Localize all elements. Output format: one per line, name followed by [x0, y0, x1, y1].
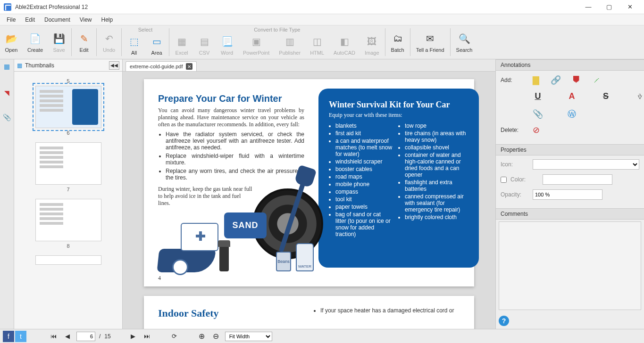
- highlighter-icon[interactable]: ⟋: [592, 74, 601, 86]
- create-button[interactable]: 📄Create: [23, 25, 48, 59]
- zoom-in-button[interactable]: ⊕: [197, 331, 207, 342]
- add-label: Add:: [501, 77, 521, 83]
- stamp-icon[interactable]: ⛊: [572, 74, 581, 86]
- intro-text: You can avoid many dangerous winter trav…: [158, 107, 304, 128]
- minimize-button[interactable]: —: [578, 0, 599, 14]
- document-tab-label: extreme-cold-guide.pdf: [130, 64, 183, 69]
- page-number: 4: [158, 275, 161, 282]
- icon-select[interactable]: [533, 159, 639, 170]
- status-bar: f t ⏮ ◀ / 15 ▶ ⏭ ⟳ ⊕ ⊖ Fit Width: [0, 329, 644, 343]
- underline-icon[interactable]: U: [526, 90, 550, 102]
- comments-header: Comments: [496, 209, 644, 220]
- thumbnail-5[interactable]: 5 6: [14, 78, 122, 136]
- right-panel: Annotations Add: ▇ 🔗 ⛊ ⟋ U A S ⎀ 📎 Ⓦ: [495, 59, 644, 329]
- twitter-icon[interactable]: t: [15, 331, 26, 342]
- convert-csv-button[interactable]: ▤CSV: [193, 33, 216, 57]
- collapse-thumbnails-button[interactable]: ◀◀: [109, 61, 119, 70]
- select-area-button[interactable]: ▭Area: [145, 33, 168, 57]
- window-title: Able2Extract Professional 12: [15, 4, 578, 10]
- annotations-header: Annotations: [496, 60, 644, 71]
- tell-friend-button[interactable]: ✉Tell a Friend: [411, 25, 449, 59]
- menu-document[interactable]: Document: [40, 16, 75, 23]
- thumbnails-list[interactable]: 5 6 7 8: [14, 72, 122, 329]
- opacity-field[interactable]: [533, 189, 602, 200]
- comments-list[interactable]: [499, 221, 641, 310]
- delete-label: Delete:: [501, 127, 521, 133]
- convert-image-button[interactable]: 🖼Image: [360, 33, 384, 57]
- save-button[interactable]: 💾Save: [48, 25, 70, 59]
- select-all-button[interactable]: ⬚All: [123, 33, 145, 57]
- envelope-icon: ✉: [424, 32, 437, 45]
- toolbar: 📂Open 📄Create 💾Save ✎Edit ↶Undo Select ⬚…: [0, 25, 644, 59]
- batch-button[interactable]: 🗂Batch: [386, 25, 409, 59]
- fragment-text: If your space heater has a damaged elect…: [320, 307, 460, 314]
- prep-list: Have the radiator system serviced, or ch…: [158, 131, 304, 181]
- csv-icon: ▤: [198, 35, 211, 48]
- link-icon[interactable]: 🔗: [551, 74, 561, 86]
- document-new-icon: 📄: [29, 32, 42, 45]
- delete-annotation-icon[interactable]: ⊘: [533, 124, 540, 136]
- convert-ppt-button[interactable]: ▣PowerPoint: [238, 33, 274, 57]
- first-page-button[interactable]: ⏮: [48, 331, 59, 342]
- paperclip-icon[interactable]: 📎: [526, 108, 550, 120]
- maximize-button[interactable]: ▢: [599, 0, 619, 14]
- convert-autocad-button[interactable]: ◧AutoCAD: [329, 33, 360, 57]
- squiggly-icon[interactable]: A: [560, 90, 584, 102]
- attachment-icon[interactable]: 📎: [2, 112, 12, 122]
- facebook-icon[interactable]: f: [3, 331, 14, 342]
- edit-button[interactable]: ✎Edit: [73, 25, 95, 59]
- search-button[interactable]: 🔍Search: [452, 25, 477, 59]
- thumbnail-9[interactable]: [14, 255, 122, 265]
- zoom-out-button[interactable]: ⊖: [211, 331, 221, 342]
- convert-html-button[interactable]: ◫HTML: [305, 33, 329, 57]
- first-aid-kit-icon: [181, 223, 218, 251]
- edit-label: Edit: [80, 47, 89, 53]
- create-label: Create: [27, 47, 43, 53]
- open-button[interactable]: 📂Open: [0, 25, 23, 59]
- binoculars-icon: 🔍: [458, 32, 471, 45]
- undo-icon: ↶: [102, 32, 116, 45]
- thumbnail-7[interactable]: 7: [14, 142, 122, 192]
- convert-publisher-button[interactable]: ▥Publisher: [274, 33, 305, 57]
- menu-file[interactable]: File: [2, 16, 20, 23]
- document-area: extreme-cold-guide.pdf ✕ Prepare Your Ca…: [123, 59, 495, 329]
- save-label: Save: [53, 47, 65, 53]
- thumbnails-view-icon[interactable]: ▦: [2, 61, 12, 72]
- convert-excel-button[interactable]: ▦Excel: [170, 33, 193, 57]
- rotate-button[interactable]: ⟳: [169, 331, 180, 342]
- last-page-button[interactable]: ⏭: [142, 331, 152, 342]
- page-total: 15: [104, 333, 110, 340]
- menu-view[interactable]: View: [75, 16, 97, 23]
- menu-help[interactable]: Help: [97, 16, 118, 23]
- close-tab-icon[interactable]: ✕: [186, 63, 192, 70]
- page-input[interactable]: [76, 332, 95, 341]
- document-viewport[interactable]: Prepare Your Car for Winter You can avoi…: [123, 72, 495, 329]
- batch-icon: 🗂: [391, 32, 404, 45]
- thumbnail-8[interactable]: 8: [14, 199, 122, 249]
- prev-page-button[interactable]: ◀: [62, 331, 73, 342]
- sand-bag-icon: SAND: [224, 212, 267, 238]
- sticky-note-icon[interactable]: ▇: [533, 74, 539, 86]
- water-jug-icon: WATER: [296, 243, 314, 271]
- color-checkbox[interactable]: [501, 177, 507, 183]
- close-button[interactable]: ✕: [619, 0, 640, 14]
- bookmark-icon[interactable]: ◥: [2, 88, 12, 98]
- caret-icon[interactable]: ⎀: [628, 90, 644, 102]
- kit-subtitle: Equip your car with these items:: [329, 112, 470, 119]
- strikethrough-icon[interactable]: S: [594, 90, 618, 102]
- cursor-all-icon: ⬚: [127, 35, 141, 48]
- color-field[interactable]: [543, 174, 612, 185]
- document-tab[interactable]: extreme-cold-guide.pdf ✕: [125, 61, 197, 71]
- convert-word-button[interactable]: 📃Word: [216, 33, 238, 57]
- menu-edit[interactable]: Edit: [20, 16, 40, 23]
- help-icon[interactable]: ?: [499, 316, 509, 326]
- watermark-icon[interactable]: Ⓦ: [560, 108, 584, 120]
- html-icon: ◫: [310, 35, 324, 48]
- zoom-mode-select[interactable]: Fit Width: [225, 332, 272, 341]
- undo-button[interactable]: ↶Undo: [98, 25, 120, 59]
- next-page-button[interactable]: ▶: [128, 331, 138, 342]
- publisher-icon: ▥: [283, 35, 296, 48]
- properties-header: Properties: [496, 145, 644, 155]
- area-label: Area: [151, 50, 162, 56]
- thumbnails-title: Thumbnails: [25, 62, 54, 69]
